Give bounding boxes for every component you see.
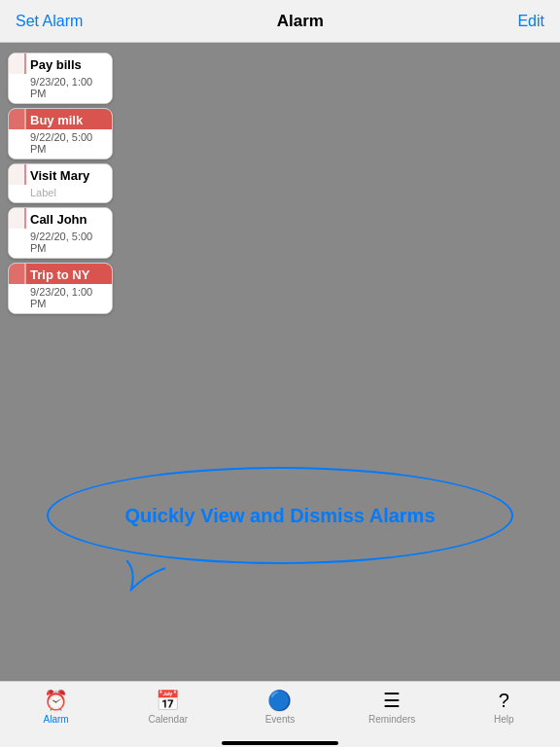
notebook-line (9, 208, 26, 229)
speech-bubble: Quickly View and Dismiss Alarms (47, 467, 513, 564)
alarm-card-time: 9/22/20, 5:00 PM (9, 229, 112, 258)
reminders-tab-label: Reminders (368, 714, 415, 725)
home-indicator (0, 739, 560, 747)
alarm-card-header: Pay bills (9, 53, 112, 74)
alarm-card-title: Call John (30, 212, 106, 227)
set-alarm-button[interactable]: Set Alarm (16, 13, 83, 30)
speech-bubble-text: Quickly View and Dismiss Alarms (124, 505, 435, 527)
alarm-card[interactable]: Trip to NY 9/23/20, 1:00 PM (8, 263, 113, 314)
alarm-card-time: 9/23/20, 1:00 PM (9, 74, 112, 103)
events-tab-label: Events (265, 714, 296, 725)
main-content: Pay bills 9/23/20, 1:00 PM Buy milk 9/22… (0, 43, 560, 681)
alarm-card[interactable]: Visit Mary Label (8, 163, 113, 203)
tab-calendar[interactable]: 📅 Calendar (139, 689, 197, 725)
alarm-tab-label: Alarm (44, 714, 69, 725)
alarm-card-time: 9/23/20, 1:00 PM (9, 284, 112, 313)
alarm-card-title: Pay bills (30, 57, 106, 72)
alarm-card-header: Buy milk (9, 109, 112, 129)
speech-bubble-container: Quickly View and Dismiss Alarms (47, 467, 513, 564)
notebook-line (9, 264, 26, 284)
edit-button[interactable]: Edit (517, 13, 544, 30)
alarm-card-header: Call John (9, 208, 112, 229)
tab-events[interactable]: 🔵 Events (251, 689, 309, 725)
alarm-cards-list: Pay bills 9/23/20, 1:00 PM Buy milk 9/22… (0, 43, 560, 314)
help-tab-label: Help (494, 714, 514, 725)
alarm-tab-icon: ⏰ (44, 689, 68, 712)
alarm-card-title: Trip to NY (30, 267, 106, 282)
alarm-card-label: Label (9, 185, 112, 202)
help-tab-icon: ? (499, 690, 509, 712)
tab-alarm[interactable]: ⏰ Alarm (27, 689, 86, 725)
tab-help[interactable]: ? Help (474, 690, 533, 725)
speech-bubble-tail (126, 560, 185, 591)
reminders-tab-icon: ☰ (383, 689, 401, 712)
header: Set Alarm Alarm Edit (0, 0, 560, 43)
alarm-card-title: Buy milk (30, 113, 106, 127)
notebook-line (9, 53, 26, 74)
page-title: Alarm (277, 12, 324, 31)
alarm-card[interactable]: Call John 9/22/20, 5:00 PM (8, 207, 113, 259)
tab-bar: ⏰ Alarm 📅 Calendar 🔵 Events ☰ Reminders … (0, 681, 560, 739)
home-indicator-bar (222, 741, 338, 745)
notebook-line (9, 109, 26, 129)
events-tab-icon: 🔵 (267, 689, 292, 712)
alarm-card-header: Trip to NY (9, 264, 112, 284)
tab-reminders[interactable]: ☰ Reminders (363, 689, 421, 725)
calendar-tab-icon: 📅 (156, 689, 180, 712)
alarm-card-title: Visit Mary (30, 168, 106, 183)
alarm-card-time: 9/22/20, 5:00 PM (9, 129, 112, 159)
alarm-card[interactable]: Buy milk 9/22/20, 5:00 PM (8, 108, 113, 160)
notebook-line (9, 164, 26, 185)
calendar-tab-label: Calendar (148, 714, 188, 725)
alarm-card-header: Visit Mary (9, 164, 112, 185)
alarm-card[interactable]: Pay bills 9/23/20, 1:00 PM (8, 53, 113, 104)
